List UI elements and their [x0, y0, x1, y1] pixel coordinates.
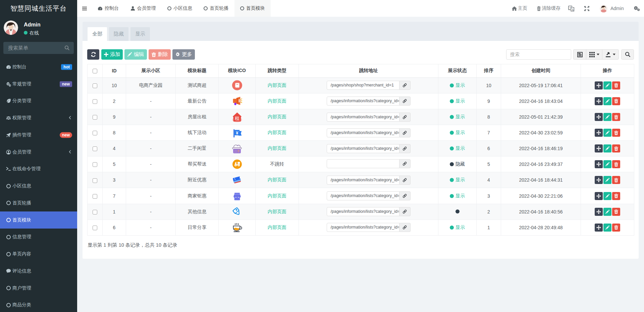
svg-text:租: 租	[235, 116, 239, 121]
svg-text:二手: 二手	[234, 149, 240, 153]
svg-text:¥: ¥	[236, 130, 238, 135]
svg-text:A: A	[572, 8, 574, 11]
